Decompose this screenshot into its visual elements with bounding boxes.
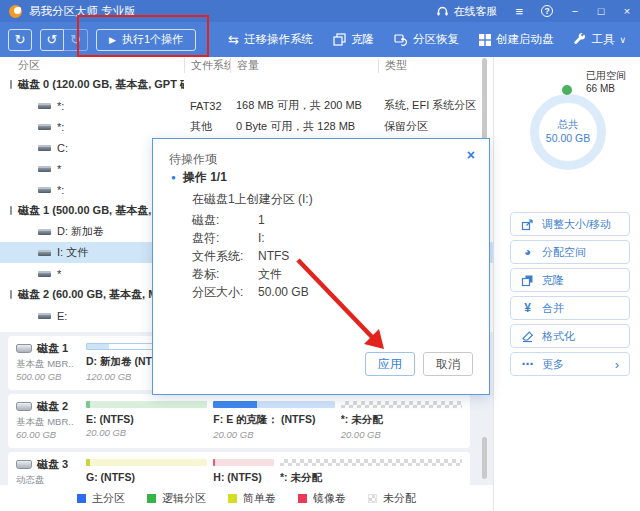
allocate-space-button[interactable]: ◕ 分配空间 [510, 240, 630, 264]
table-row-reserved[interactable]: *: 其他 0 Byte 可用，共 128 MB 保留分区 [0, 116, 493, 137]
disk-type: 动态盘 [16, 474, 86, 485]
refresh-button[interactable]: ↻ [8, 29, 32, 51]
disk2-card[interactable]: 磁盘 2 基本盘 MBR.. 60.00 GB E: (NTFS) 20.00 … [8, 394, 470, 448]
migrate-os-button[interactable]: ⇆ 迁移操作系统 [228, 32, 313, 47]
menu-button[interactable]: ≡ [506, 0, 532, 22]
help-button[interactable]: ? [532, 0, 562, 22]
row-label: E: [57, 310, 67, 322]
maximize-button[interactable]: □ [588, 0, 614, 22]
create-bootable-button[interactable]: 创建启动盘 [479, 32, 554, 47]
row-type: 保留分区 [378, 119, 493, 134]
diskmap-scrollbar[interactable] [482, 437, 487, 479]
field-label: 盘符: [192, 230, 258, 247]
tools-menu-button[interactable]: 工具 ∨ [573, 32, 626, 47]
partition-icon [38, 271, 51, 277]
disk3-card[interactable]: 磁盘 3 动态盘 60.00 GB G: (NTFS) 20.00 GB H: … [8, 452, 470, 485]
disk-icon [16, 344, 32, 353]
legend-item-logical: 逻辑分区 [147, 491, 206, 506]
allocate-space-label: 分配空间 [542, 245, 586, 260]
row-label: *: [57, 184, 64, 196]
redo-button[interactable]: ↻ [64, 29, 88, 51]
bullet-icon: ● [171, 173, 176, 182]
legend-item-mirror: 镜像卷 [298, 491, 346, 506]
minimize-button[interactable]: − [562, 0, 588, 22]
partition-bar [341, 401, 462, 408]
partition-block-f[interactable]: F: E 的克隆： (NTFS) 20.00 GB [213, 399, 334, 448]
partition-block-e[interactable]: E: (NTFS) 20.00 GB [86, 399, 207, 448]
format-button[interactable]: 格式化 [510, 324, 630, 348]
more-dots-icon: ⋯ [521, 357, 534, 371]
disk-icon [10, 206, 12, 215]
close-button[interactable]: × [614, 0, 640, 22]
legend-label: 主分区 [92, 491, 125, 506]
disk1-info: 磁盘 1 基本盘 MBR.. 500.00 GB [16, 341, 86, 390]
disk-size: 500.00 GB [16, 371, 86, 382]
chevron-right-icon: › [615, 357, 619, 372]
dialog-close-icon[interactable]: × [467, 147, 475, 163]
partition-icon [38, 229, 51, 235]
disk-name: 磁盘 2 [37, 399, 68, 414]
legend-item-simple: 简单卷 [228, 491, 276, 506]
merge-icon: ¥ [521, 301, 534, 315]
partition-block-unallocated[interactable]: *: 未分配 20.00 GB [341, 399, 462, 448]
execute-operations-button[interactable]: ▶ 执行1个操作 [96, 29, 196, 51]
row-capacity: 0 Byte 可用，共 128 MB [230, 119, 378, 134]
logical-swatch [147, 494, 156, 503]
disk-name: 磁盘 1 [37, 341, 68, 356]
row-label: *: [57, 121, 64, 133]
online-support-button[interactable]: 在线客服 [427, 0, 506, 22]
partition-icon [38, 313, 51, 319]
row-label: * [57, 268, 61, 280]
field-value: 文件 [258, 266, 282, 283]
close-icon: × [624, 5, 630, 17]
legend-item-primary: 主分区 [77, 491, 125, 506]
create-bootable-label: 创建启动盘 [496, 32, 554, 47]
cancel-button[interactable]: 取消 [423, 352, 473, 376]
clone-button[interactable]: 克隆 [510, 268, 630, 292]
window-title: 易我分区大师 专业版 [29, 4, 136, 19]
clone-icon [333, 33, 346, 46]
tools-menu-label: 工具 [591, 32, 614, 47]
operation-header: ● 操作 1/1 [171, 169, 227, 186]
minimize-icon: − [572, 5, 578, 17]
partition-label: H: (NTFS) [213, 471, 274, 483]
merge-button[interactable]: ¥ 合并 [510, 296, 630, 320]
undo-button[interactable]: ↺ [40, 29, 64, 51]
column-header-type: 类型 [378, 58, 493, 73]
disk-icon [10, 80, 12, 89]
simple-swatch [228, 494, 237, 503]
partition-icon [38, 250, 51, 256]
right-panel: 已用空间 66 MB 总共 50.00 GB 调整大小/移动 ◕ 分配空间 [493, 57, 640, 511]
unallocated-swatch [368, 494, 377, 503]
format-icon [521, 330, 534, 343]
partition-recovery-button[interactable]: 分区恢复 [394, 32, 459, 47]
used-space-label: 已用空间 [586, 69, 626, 82]
table-row-efi[interactable]: *: FAT32 168 MB 可用，共 200 MB 系统, EFI 系统分区 [0, 95, 493, 116]
partition-block-h[interactable]: H: (NTFS) 10.00 GB [213, 457, 274, 485]
app-logo-icon [9, 5, 22, 18]
field-value: 50.00 GB [258, 285, 309, 299]
used-space-dot [562, 85, 572, 95]
resize-move-button[interactable]: 调整大小/移动 [510, 212, 630, 236]
disk-name: 磁盘 3 [37, 457, 68, 472]
clone-icon [521, 274, 534, 287]
disk-icon [10, 290, 12, 299]
resize-move-icon [521, 218, 534, 231]
row-label: C: [57, 142, 68, 154]
table-row-disk0[interactable]: 磁盘 0 (120.00 GB, 基本盘, GPT 磁盘) [0, 74, 493, 95]
mirror-swatch [298, 494, 307, 503]
partition-icon [38, 145, 51, 151]
maximize-icon: □ [598, 5, 605, 17]
headset-icon [436, 5, 449, 17]
field-label: 卷标: [192, 266, 258, 283]
migrate-os-label: 迁移操作系统 [244, 32, 313, 47]
more-button[interactable]: ⋯ 更多 › [510, 352, 630, 376]
partition-block-unallocated[interactable]: *: 未分配 30.00 GB [280, 457, 462, 485]
clone-toolbar-button[interactable]: 克隆 [333, 32, 374, 47]
partition-bar [213, 459, 274, 466]
field-value: 1 [258, 213, 265, 227]
apply-button[interactable]: 应用 [365, 352, 415, 376]
partition-block-g[interactable]: G: (NTFS) 20.00 GB [86, 457, 207, 485]
field-value: I: [258, 231, 265, 245]
operation-fields: 磁盘:1 盘符:I: 文件系统:NTFS 卷标:文件 分区大小:50.00 GB [192, 211, 309, 301]
